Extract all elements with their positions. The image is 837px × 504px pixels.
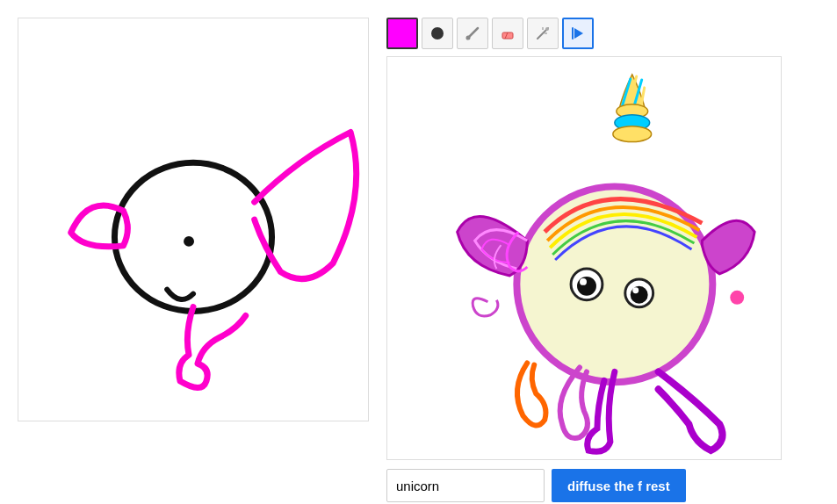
svg-marker-11: [574, 28, 583, 39]
svg-point-2: [431, 27, 444, 40]
svg-point-29: [730, 291, 744, 305]
prompt-input[interactable]: [386, 469, 545, 502]
right-canvas[interactable]: [386, 56, 782, 460]
svg-point-25: [580, 278, 587, 285]
svg-point-4: [466, 36, 471, 40]
left-canvas[interactable]: [18, 18, 369, 421]
svg-point-20: [613, 126, 652, 142]
color-swatch[interactable]: [386, 18, 418, 49]
play-tool-button[interactable]: [562, 18, 594, 49]
dot-tool-button[interactable]: [422, 18, 453, 49]
svg-point-1: [184, 236, 194, 247]
main-container: diffuse the f rest upload img pro tip: u…: [0, 0, 837, 504]
diffuse-button[interactable]: diffuse the f rest: [552, 469, 686, 502]
eraser-tool-button[interactable]: [492, 18, 523, 49]
svg-point-24: [577, 277, 596, 296]
svg-point-8: [545, 27, 549, 31]
brush-tool-button[interactable]: [457, 18, 488, 49]
toolbar: [386, 18, 594, 49]
svg-point-0: [114, 162, 271, 311]
svg-point-28: [632, 287, 639, 293]
wand-tool-button[interactable]: [527, 18, 559, 49]
bottom-controls: diffuse the f rest upload img pro tip: u…: [386, 469, 700, 504]
input-row: diffuse the f rest: [386, 469, 700, 502]
svg-point-27: [631, 286, 648, 304]
right-area: diffuse the f rest upload img pro tip: u…: [386, 18, 819, 504]
